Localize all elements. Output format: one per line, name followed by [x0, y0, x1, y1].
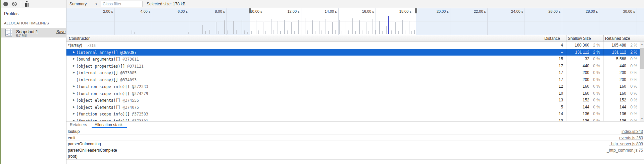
allocation-bar: [326, 19, 326, 34]
expand-arrow-icon[interactable]: ▶: [73, 64, 75, 67]
allocation-bar: [321, 30, 322, 34]
sidebar-item-snapshot[interactable]: % Snapshot 1 6.7 MB Save: [1, 28, 66, 37]
expand-arrow-icon[interactable]: ▶: [73, 85, 75, 88]
expand-arrow-icon[interactable]: ▶: [73, 119, 75, 121]
shallow-size-percent: 0 %: [590, 91, 600, 96]
timeline-tick-label: 20.00 s: [425, 9, 449, 13]
allocation-bar: [386, 26, 387, 34]
column-constructor[interactable]: Constructor: [69, 36, 90, 41]
table-row[interactable]: (internal array)[] @374093172000 %2000 %: [66, 76, 640, 83]
table-row[interactable]: ▶(function scope info)[] @372583141360 %…: [66, 110, 640, 117]
stack-frame-row[interactable]: parserOnHeadersComplete_http_common.js:7…: [66, 147, 644, 154]
allocation-bar: [280, 31, 281, 34]
shallow-size-value: 152: [566, 98, 589, 102]
class-filter-input[interactable]: [101, 1, 143, 7]
object-id: @374093: [118, 78, 137, 82]
timeline-tick-label: 18.00 s: [388, 9, 411, 13]
table-row[interactable]: ▶(object elements)[] @374555131520 %1520…: [66, 97, 640, 104]
trash-icon[interactable]: [24, 1, 30, 7]
source-link[interactable]: events.js:263: [619, 136, 643, 140]
timeline[interactable]: 102 kB 2.00 s4.00 s6.00 s8.00 s10.00 s12…: [66, 8, 644, 35]
allocation-bar: [274, 30, 274, 34]
expand-arrow-icon[interactable]: ▶: [73, 57, 75, 60]
stack-function-name: parserOnHeadersComplete: [68, 148, 117, 153]
table-row[interactable]: ▶(object properties)[] @371121174400 %44…: [66, 63, 640, 70]
table-row[interactable]: ▶(internal array)[] @369387–131 1122 %13…: [66, 49, 640, 56]
timeline-tick-label: 26.00 s: [537, 9, 560, 13]
selected-size-label: Selected size: 178 kB: [147, 2, 185, 6]
expand-arrow-icon[interactable]: ▶: [73, 92, 75, 95]
stack-frame-row[interactable]: (root): [66, 153, 644, 160]
table-row[interactable]: ▶(internal array)[] @373885172000 %2000 …: [66, 69, 640, 76]
allocation-bar: [414, 30, 415, 34]
shallow-size-percent: 0 %: [590, 84, 600, 89]
table-row[interactable]: ▼(array)×3154160 3602 %165 4882 %: [66, 42, 640, 49]
distance-value: 14: [543, 111, 563, 116]
table-row[interactable]: ▶(function scope info)[] @373101131360 %…: [66, 117, 640, 121]
shallow-size-percent: 2 %: [590, 50, 600, 55]
source-link[interactable]: index.js:343: [622, 129, 643, 134]
shallow-size-percent: 0 %: [590, 70, 600, 75]
timeline-tick-label: 24.00 s: [499, 9, 523, 13]
stack-frame-row[interactable]: lookupindex.js:343: [66, 129, 644, 135]
save-link[interactable]: Save: [56, 29, 65, 34]
retained-size-percent: 0 %: [627, 64, 637, 68]
allocation-bar: [298, 20, 299, 34]
allocation-bar: [328, 31, 329, 34]
tab-retainers[interactable]: Retainers: [70, 122, 87, 127]
clear-icon[interactable]: [12, 2, 17, 6]
timeline-tick-label: 28.00 s: [574, 9, 598, 13]
expand-arrow-icon[interactable]: ▶: [73, 51, 75, 54]
object-id: @371121: [125, 64, 143, 69]
scroll-down-icon[interactable]: ▼: [640, 116, 644, 121]
retained-size-value: 200: [603, 77, 626, 82]
timeline-gridline: [450, 8, 450, 35]
expand-arrow-icon[interactable]: ▶: [73, 112, 75, 115]
chevron-down-icon[interactable]: ▼: [95, 3, 98, 6]
expand-arrow-icon[interactable]: ▶: [73, 71, 75, 74]
object-id: @373885: [118, 71, 137, 75]
allocation-bar: [375, 30, 376, 34]
retained-size-percent: 2 %: [627, 43, 637, 48]
allocation-bar: [342, 31, 342, 34]
vertical-scrollbar[interactable]: ▲ ▼: [640, 42, 644, 121]
allocation-bar: [218, 31, 219, 34]
constructor-name: (function scope info)[] @373101: [76, 119, 148, 121]
scroll-up-icon[interactable]: ▲: [640, 42, 644, 46]
column-shallow-size[interactable]: Shallow Size: [568, 36, 591, 41]
summary-dropdown[interactable]: Summary: [69, 2, 87, 6]
expand-arrow-icon[interactable]: ▶: [73, 105, 75, 108]
column-retained-size[interactable]: Retained Size: [605, 36, 630, 41]
timeline-tick-label: 16.00 s: [350, 9, 374, 13]
table-row[interactable]: ▶(function scope info)[] @372333121600 %…: [66, 83, 640, 90]
allocation-bar: [294, 31, 295, 34]
selection-handle-left[interactable]: [249, 8, 251, 13]
timeline-tick-label: 12.00 s: [276, 9, 300, 13]
tab-allocation-stack[interactable]: Allocation stack: [95, 122, 122, 127]
table-row[interactable]: ▶(object elements)[] @37407551440 %1440 …: [66, 104, 640, 111]
table-row[interactable]: ▶(bound arguments)[] @37361115320 %5 568…: [66, 56, 640, 63]
distance-value: 13: [543, 118, 563, 121]
snapshot-size: 6.7 MB: [16, 34, 27, 37]
timeline-tick-label: 6.00 s: [164, 9, 188, 13]
allocation-bar: [188, 32, 189, 34]
column-distance[interactable]: Distance: [544, 36, 560, 41]
source-link[interactable]: _http_server.js:809: [609, 142, 643, 146]
stack-frame-row[interactable]: emitevents.js:263: [66, 135, 644, 141]
object-id: @373101: [130, 119, 148, 121]
source-link[interactable]: _http_common.js:75: [607, 148, 643, 153]
shallow-size-value: 32: [566, 57, 589, 61]
retained-size-percent: 2 %: [627, 50, 637, 55]
scrollbar-thumb[interactable]: [640, 48, 644, 69]
table-row[interactable]: ▶(function scope info)[] @374279101600 %…: [66, 90, 640, 97]
record-icon[interactable]: [3, 2, 8, 6]
timeline-tick-label: 2.00 s: [89, 9, 113, 13]
selection-handle-right[interactable]: [415, 8, 417, 13]
expand-arrow-icon[interactable]: ▶: [73, 98, 75, 101]
shallow-size-value: 160 360: [566, 43, 589, 48]
timeline-gridline: [152, 8, 152, 35]
constructor-name: (function scope info)[] @374279: [76, 91, 148, 96]
distance-value: 12: [543, 84, 563, 89]
retained-size-value: 160: [603, 84, 626, 89]
stack-frame-row[interactable]: parserOnIncoming_http_server.js:809: [66, 141, 644, 147]
